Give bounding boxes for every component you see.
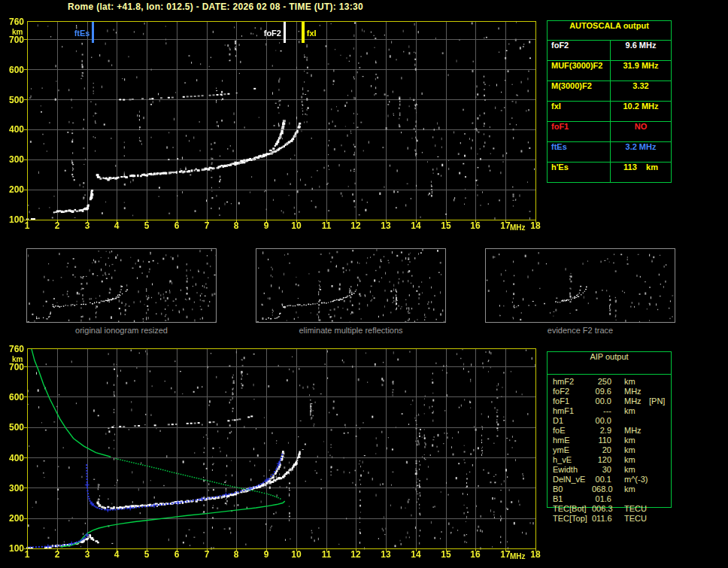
aip-cell: TECU — [624, 514, 649, 524]
y-tick-label: 200 — [2, 513, 24, 524]
x-tick-label: 15 — [435, 220, 457, 231]
x-tick-label: 12 — [345, 220, 366, 231]
aip-row-hmE: hmE110km — [553, 436, 673, 445]
aip-table-header: AIP output — [548, 352, 671, 375]
x-tick-label: 18 — [525, 220, 546, 231]
autoscala-row-value: 10.2 MHz — [611, 102, 671, 121]
x-tick-label: 2 — [47, 220, 68, 231]
autoscala-row-label: foF1 — [548, 122, 611, 141]
autoscala-row-value: NO — [611, 122, 671, 141]
autoscala-row-M(3000)F2: M(3000)F23.32 — [548, 81, 671, 102]
x-tick-label: 9 — [256, 549, 277, 560]
aip-row-TEC[Top]: TEC[Top]011.6TECU — [553, 514, 673, 524]
x-tick-label: 3 — [77, 549, 98, 560]
y-tick-label: 500 — [2, 422, 24, 433]
aip-cell: 00.0 — [592, 396, 611, 406]
aip-cell: 2.9 — [592, 426, 611, 436]
thumbnail-caption-evidence: evidence F2 trace — [485, 326, 675, 335]
page-title: Rome (lat: +41.8, lon: 012.5) - DATE: 20… — [68, 2, 363, 12]
aip-row-B0: B0068.0km — [553, 484, 673, 494]
x-tick-label: 14 — [405, 220, 426, 231]
aip-cell: 068.0 — [592, 484, 611, 494]
thumbnail-evidence-f2-trace — [485, 248, 675, 323]
y-tick-label: 200 — [2, 184, 24, 195]
aip-cell: Ewidth — [553, 465, 592, 475]
autoscala-row-h'Es: h'Es113 km — [548, 163, 671, 182]
x-tick-label: 11 — [316, 220, 337, 231]
aip-cell — [624, 416, 649, 426]
thumbnail-caption-original: original ionogram resized — [26, 326, 217, 335]
x-tick-label: 4 — [106, 220, 127, 231]
aip-output-rows: hmF2250kmfoF209.6MHzfoF100.0MHz[PN]hmF1-… — [553, 377, 673, 524]
aip-cell: hmE — [553, 436, 592, 445]
annotation-label-foF2: foF2 — [251, 29, 281, 38]
thumbnail-original-ionogram — [26, 248, 217, 323]
x-axis-unit-label: MHz — [510, 552, 526, 560]
x-tick-label: 10 — [286, 220, 307, 231]
aip-cell: hmF2 — [553, 377, 592, 387]
aip-row-h_vE: h_vE120km — [553, 455, 673, 465]
aip-cell: B1 — [553, 494, 592, 504]
aip-row-hmF2: hmF2250km — [553, 377, 673, 387]
aip-cell: TECU — [624, 504, 649, 514]
aip-cell: 00.0 — [592, 416, 611, 426]
top-ionogram-canvas — [23, 17, 539, 223]
x-tick-label: 1 — [17, 549, 38, 560]
y-tick-label: 760 — [2, 344, 24, 354]
autoscala-row-label: ftEs — [548, 142, 611, 162]
x-tick-label: 2 — [47, 549, 68, 560]
autoscala-row-value: 113 km — [611, 163, 671, 182]
x-tick-label: 8 — [226, 220, 247, 231]
aip-cell: 09.6 — [592, 387, 611, 396]
aip-cell: km — [624, 436, 649, 445]
x-tick-label: 6 — [166, 220, 187, 231]
aip-cell: h_vE — [553, 455, 592, 465]
y-tick-label: 760 — [2, 17, 24, 27]
aip-cell: DelN_vE — [553, 475, 592, 484]
aip-row-D1: D100.0 — [553, 416, 673, 426]
thumbnail-caption-eliminate: eliminate multiple reflections — [256, 326, 446, 335]
aip-cell: 110 — [592, 436, 611, 445]
aip-cell: km — [624, 465, 649, 475]
aip-cell: foF1 — [553, 396, 592, 406]
autoscala-table-header: AUTOSCALA output — [548, 21, 671, 41]
aip-cell: 011.6 — [592, 514, 611, 524]
autoscala-row-MUF(3000)F2: MUF(3000)F231.9 MHz — [548, 61, 671, 81]
x-tick-label: 16 — [465, 220, 486, 231]
autoscala-row-value: 3.2 MHz — [611, 142, 671, 162]
autoscala-row-label: M(3000)F2 — [548, 81, 611, 101]
aip-cell: ymE — [553, 445, 592, 455]
autoscala-row-value: 3.32 — [611, 81, 671, 101]
autoscala-row-label: h'Es — [548, 163, 611, 182]
annotation-label-ftEs: ftEs — [59, 29, 89, 38]
x-tick-label: 8 — [226, 549, 247, 560]
autoscala-row-value: 9.6 MHz — [611, 41, 671, 60]
aip-cell: km — [624, 455, 649, 465]
autoscala-row-foF2: foF29.6 MHz — [548, 41, 671, 61]
x-tick-label: 16 — [465, 549, 486, 560]
y-tick-label: 700 — [2, 362, 24, 372]
y-tick-label: 500 — [2, 95, 24, 105]
aip-cell: MHz — [624, 426, 649, 436]
aip-row-ymE: ymE20km — [553, 445, 673, 455]
aip-row-hmF1: hmF1---km — [553, 406, 673, 416]
y-tick-label: 400 — [2, 453, 24, 463]
x-tick-label: 15 — [435, 549, 457, 560]
x-tick-label: 13 — [375, 549, 396, 560]
aip-row-foF1: foF100.0MHz[PN] — [553, 396, 673, 406]
x-tick-label: 14 — [405, 549, 426, 560]
y-tick-label: 300 — [2, 483, 24, 494]
aip-cell: 01.6 — [592, 494, 611, 504]
x-tick-label: 6 — [166, 549, 187, 560]
autoscala-row-fxI: fxI10.2 MHz — [548, 102, 671, 122]
x-tick-label: 5 — [136, 220, 157, 231]
aip-cell: 006.3 — [592, 504, 611, 514]
autoscala-row-label: foF2 — [548, 41, 611, 60]
x-tick-label: 9 — [256, 220, 277, 231]
y-tick-label: 300 — [2, 154, 24, 165]
aip-cell: MHz — [624, 396, 649, 406]
aip-cell: 120 — [592, 455, 611, 465]
x-tick-label: 18 — [525, 549, 546, 560]
aip-cell: D1 — [553, 416, 592, 426]
aip-row-B1: B101.6 — [553, 494, 673, 504]
